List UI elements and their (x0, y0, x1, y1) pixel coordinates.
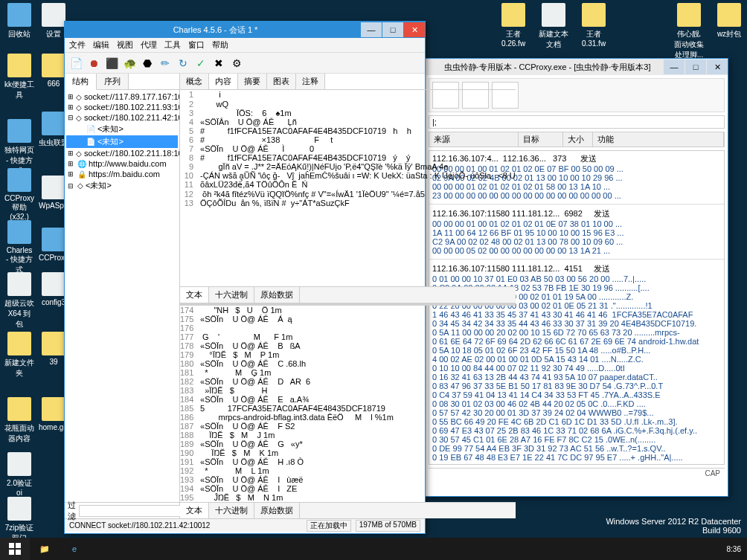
status-right: 197MB of 570MB (356, 520, 420, 532)
expand-icon[interactable]: ⊟ (68, 114, 74, 121)
breakpoint-icon[interactable]: ⬣ (141, 57, 154, 70)
col-func[interactable]: 功能 (593, 132, 724, 147)
system-tray[interactable]: 8:36 (721, 545, 747, 553)
file-icon (42, 332, 65, 355)
expand-icon[interactable]: ⊞ (68, 149, 74, 157)
repeat-icon[interactable]: ↻ (176, 57, 190, 70)
new-session-icon[interactable]: 📄 (69, 57, 83, 70)
tree-item[interactable]: 📄<未知> (66, 123, 178, 135)
menu-item[interactable]: 编辑 (93, 39, 109, 51)
tab-raw[interactable]: 原始数据 (254, 287, 300, 303)
file-icon (7, 220, 31, 244)
menu-item[interactable]: 代理 (141, 39, 157, 51)
code-line: 180 «SÖÏn U Ö@ ÁĚ C .68.lh (180, 359, 516, 368)
expand-icon[interactable]: ⊞ (68, 160, 75, 167)
desktop-icon[interactable]: kk便捷工具 (4, 54, 34, 100)
close-button[interactable] (404, 22, 425, 37)
tree-item[interactable]: 📄<未知> (66, 135, 178, 148)
col-target[interactable]: 目标 (519, 132, 563, 147)
maximize-button[interactable] (685, 59, 706, 74)
desktop-icon[interactable]: 超级云吹X64 到包 (4, 272, 34, 329)
charles-titlebar[interactable]: Charles 4.5.6 - 会话 1 * (65, 22, 425, 38)
desktop-icon[interactable]: 新建文本文档 (539, 3, 568, 50)
content-tab[interactable]: 图表 (267, 74, 296, 89)
desktop-icon[interactable]: 王者0.26.fw (498, 3, 528, 48)
validate-icon[interactable]: ✓ (194, 57, 208, 70)
tree-label: socket://180.102.211.93:10012 (84, 103, 179, 112)
request-view[interactable]: 1 ı̇2 wQ3 ÏÖS: 6 ♠1m4 «SÖÏÂn U Ö@ ÁĚ Ļñ5… (180, 90, 516, 286)
desktop-icon[interactable]: 王者0.31.fw (579, 3, 609, 48)
tree-item[interactable]: ⊟◇<未知> (66, 179, 178, 192)
tree-item[interactable]: ⊞◇socket://180.102.211.93:10012 (66, 102, 178, 112)
desktop-icon[interactable]: wz封包 (714, 3, 744, 39)
desktop-icon[interactable]: 伟心靓.面动收集处理脚... (674, 3, 704, 60)
tree-item[interactable]: ⊞🔒https://m.baidu.com (66, 169, 178, 179)
ccproxy-titlebar[interactable]: 虫虫怜静·专用版本 - CCProxy.exe - [虫虫怜静·专用版本3] (426, 59, 728, 75)
file-icon (7, 332, 31, 355)
code-line: 5 # f1fFCFA15E7AC0AFAF4E4B435DCF10719 h … (180, 126, 516, 135)
code-line: 179 °ÏŊĔ $ M P 1m (180, 350, 516, 359)
expand-icon[interactable]: ⊞ (68, 103, 74, 111)
close-button[interactable] (707, 59, 728, 74)
maximize-button[interactable] (382, 22, 403, 37)
content-tab[interactable]: 概念 (180, 74, 209, 89)
content-tab[interactable]: 摘要 (238, 74, 267, 89)
content-tab[interactable]: 内容 (209, 74, 238, 89)
task-explorer[interactable]: 📁 (30, 538, 60, 560)
desktop-icon[interactable]: Charles - 快捷方式 (4, 220, 34, 275)
tab-hex[interactable]: 十六进制 (209, 503, 254, 518)
desktop-icon[interactable]: CCProxy帮助 (x32.) (4, 168, 34, 221)
tab-text[interactable]: 文本 (180, 503, 209, 518)
file-icon (677, 3, 701, 27)
filter-input[interactable] (79, 505, 185, 517)
tab-structure[interactable]: 结构 (65, 74, 97, 90)
code-line: 7 «SÖÏn U Ö@ ÁĚ Ì 0 (180, 144, 516, 153)
host-tree[interactable]: ⊞◇socket://117.89.177.167:10012⊞◇socket:… (65, 90, 179, 502)
menu-item[interactable]: 工具 (164, 39, 181, 51)
desktop-icon[interactable]: 2.0验证oi (4, 452, 34, 497)
settings-icon[interactable]: ⚙ (230, 57, 243, 70)
tab-sequence[interactable]: 序列 (97, 74, 129, 89)
file-icon (42, 228, 65, 251)
throttle-icon[interactable]: 🐢 (123, 57, 136, 70)
charles-menubar: 文件编辑视图代理工具窗口帮助 (65, 38, 425, 53)
menu-item[interactable]: 窗口 (188, 39, 205, 51)
tree-item[interactable]: ⊞🌐http://www.baidu.com (66, 158, 178, 169)
code-line: 8 # f1fFCFA15E7AC0AFAF4E4B435DCF10719 ý … (180, 153, 516, 162)
tree-item[interactable]: ⊞◇socket://180.102.211.18:10012 (66, 148, 178, 158)
stop-icon[interactable]: ⬛ (105, 57, 118, 70)
response-view[interactable]: 174 "NH $ U Ö 1m175 «SÖÏn U Ö@ ÁĚ Á ą176… (180, 306, 516, 502)
desktop-icon[interactable]: 7zip验证双门 (4, 497, 34, 544)
tab-hex[interactable]: 十六进制 (209, 287, 254, 303)
minimize-button[interactable] (664, 59, 685, 74)
expand-icon[interactable]: ⊞ (68, 170, 75, 178)
expand-icon[interactable]: ⊟ (68, 182, 75, 190)
menu-item[interactable]: 视图 (117, 39, 133, 51)
tree-label: socket://117.89.177.167:10012 (84, 92, 179, 101)
desktop-icon[interactable]: 回收站 (4, 3, 34, 39)
menu-item[interactable]: 帮助 (212, 39, 228, 51)
filter-label: 过滤 (68, 500, 76, 522)
minimize-button[interactable] (361, 22, 382, 37)
tab-raw[interactable]: 原始数据 (254, 503, 300, 518)
tree-item[interactable]: ⊞◇socket://117.89.177.167:10012 (66, 91, 178, 102)
content-tab[interactable]: 注释 (296, 74, 325, 89)
code-line: 3 ÏÖS: 6 ♠1m (180, 109, 516, 118)
tree-item[interactable]: ⊟◇socket://180.102.211.42:10012 (66, 112, 178, 123)
taskbar[interactable]: 📁 e 8:36 (0, 538, 747, 560)
task-ie[interactable]: e (60, 538, 89, 560)
desktop-icon[interactable]: 花瓶面动器内容 (4, 397, 34, 444)
desktop-icon[interactable]: 新建文件夹 (4, 332, 34, 379)
code-line: 1 ı̇ (180, 90, 516, 100)
menu-item[interactable]: 文件 (69, 39, 86, 51)
code-line: 185 5 17FCFA35E7AC0AFAF4E48435DCF18719 (180, 404, 516, 413)
start-button[interactable] (0, 538, 30, 560)
tab-text[interactable]: 文本 (180, 287, 209, 303)
col-size[interactable]: 大小 (563, 132, 593, 147)
code-line: 192 * M L 1m (180, 466, 516, 475)
compose-icon[interactable]: ✏ (158, 57, 172, 70)
record-icon[interactable]: ⏺ (87, 57, 100, 70)
file-icon (717, 3, 741, 27)
clear-icon[interactable]: ✖ (212, 57, 225, 70)
expand-icon[interactable]: ⊞ (68, 93, 74, 100)
